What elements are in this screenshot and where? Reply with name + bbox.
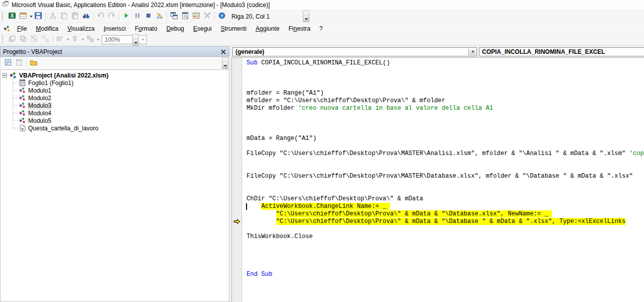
reset-button[interactable]: [143, 11, 154, 22]
folder-icon: [30, 58, 38, 68]
code-line[interactable]: [247, 165, 644, 173]
toolbar-separator: [214, 12, 215, 21]
chevron-down-icon[interactable]: [468, 48, 476, 55]
code-line[interactable]: [247, 67, 644, 74]
code-line[interactable]: mfolder = Range("A1"): [247, 90, 644, 97]
view-excel-button[interactable]: X: [7, 11, 18, 22]
code-line[interactable]: [247, 256, 644, 263]
code-line[interactable]: MkDir mfolder 'creo nuova cartella in ba…: [247, 105, 644, 112]
break-button[interactable]: [132, 11, 143, 22]
code-line[interactable]: [247, 158, 644, 165]
procedure-combobox[interactable]: COPIA_INCOLLA_RINOMINA_FILE_EXCEL: [479, 47, 644, 56]
tree-item-modulo2[interactable]: Modulo2: [1, 94, 229, 102]
project-explorer-button[interactable]: [169, 11, 180, 22]
project-panel-header[interactable]: Progetto - VBAProject: [0, 46, 229, 57]
code-text: MkDir mfolder: [247, 105, 298, 112]
project-tree[interactable]: VBAProject (Analisi 2022.xlsm)Foglio1 (F…: [0, 69, 229, 302]
chevron-down-icon[interactable]: [97, 39, 100, 41]
menu-aggiunte[interactable]: Aggiunte: [252, 24, 283, 34]
toolbar-grip[interactable]: [2, 35, 5, 44]
toolbar-separator: [93, 12, 94, 21]
window-title: Microsoft Visual Basic, Applications Edi…: [12, 2, 270, 9]
toolbar-options-chevron-icon[interactable]: [222, 57, 228, 69]
menu-debug[interactable]: Debug: [163, 24, 188, 34]
code-line[interactable]: End Sub: [247, 271, 644, 278]
code-line[interactable]: "C:\Users\chieffof\Desktop\Prova\" & mDa…: [247, 218, 644, 225]
code-line[interactable]: [247, 225, 644, 233]
code-line[interactable]: mData = Range("A1"): [247, 135, 644, 142]
view-code-button[interactable]: [3, 58, 14, 69]
code-line[interactable]: [247, 293, 644, 301]
vb-app-icon: [2, 1, 9, 9]
design-mode-button[interactable]: [154, 11, 165, 22]
code-line[interactable]: [247, 263, 644, 271]
indicator-margin[interactable]: [232, 58, 242, 302]
code-line[interactable]: FileCopy "C:\Users\chieffof\Desktop\Prov…: [247, 150, 644, 158]
code-line[interactable]: Sub COPIA_INCOLLA_RINOMINA_FILE_EXCEL(): [247, 59, 644, 67]
tree-item-modulo5[interactable]: Modulo5: [1, 117, 229, 124]
highlighted-statement: "C:\Users\chieffof\Desktop\Prova\" & mDa…: [276, 210, 552, 217]
code-text[interactable]: Sub COPIA_INCOLLA_RINOMINA_FILE_EXCEL() …: [243, 58, 644, 302]
align-button: [54, 34, 65, 45]
tree-item-modulo3[interactable]: Modulo3: [1, 102, 229, 109]
run-button[interactable]: [121, 11, 132, 22]
svg-text:X: X: [21, 127, 24, 131]
code-editor[interactable]: Sub COPIA_INCOLLA_RINOMINA_FILE_EXCEL() …: [231, 57, 644, 302]
tree-item-root[interactable]: VBAProject (Analisi 2022.xlsm): [1, 71, 229, 79]
redo-icon: [108, 12, 116, 21]
toolbar-grip[interactable]: [2, 12, 5, 21]
object-browser-button[interactable]: [191, 11, 202, 22]
menu-finestra[interactable]: Finestra: [284, 24, 314, 34]
code-line[interactable]: [247, 82, 644, 90]
menu-inserisci[interactable]: Inserisci: [100, 24, 130, 34]
properties-window-button[interactable]: [180, 11, 191, 22]
code-line[interactable]: FileCopy "C:\Users\chieffof\Desktop\Prov…: [247, 173, 644, 180]
collapse-icon[interactable]: [3, 73, 7, 78]
tree-item-modulo1[interactable]: Modulo1: [1, 87, 229, 94]
code-line[interactable]: ThisWorkbook.Close: [247, 233, 644, 241]
menu-formato[interactable]: Formato: [131, 24, 162, 34]
code-line[interactable]: [247, 112, 644, 120]
code-line[interactable]: ActiveWorkbook.ChangeLink Name:= _: [247, 203, 644, 210]
code-line[interactable]: [247, 188, 644, 195]
samesize-icon: [86, 35, 94, 44]
find-button[interactable]: [80, 11, 92, 22]
code-line[interactable]: mfolder = "C:\Users\chieffof\Desktop\Pro…: [247, 97, 644, 105]
zoom-value: 100%: [105, 36, 120, 43]
code-line[interactable]: ChDir "C:\Users\chieffof\Desktop\Prova\"…: [247, 195, 644, 203]
menu-?[interactable]: ?: [315, 24, 327, 34]
menu-esegui[interactable]: Esegui: [189, 24, 216, 34]
toolbox-button: [202, 11, 213, 22]
code-line[interactable]: [247, 278, 644, 286]
toolbar-separator: [26, 59, 27, 67]
menu-strumenti[interactable]: Strumenti: [217, 24, 251, 34]
props-icon: [181, 12, 189, 21]
toolbar-options-chevron-icon[interactable]: [132, 34, 139, 46]
code-line[interactable]: "C:\Users\chieffof\Desktop\Prova\" & mDa…: [247, 210, 644, 218]
chevron-down-icon[interactable]: [141, 39, 144, 41]
toggle-folders-button[interactable]: [28, 58, 39, 69]
code-line[interactable]: [247, 248, 644, 256]
code-line[interactable]: [247, 241, 644, 248]
code-line[interactable]: [247, 74, 644, 82]
tree-item-foglio1[interactable]: Foglio1 (Foglio1): [1, 79, 229, 87]
code-line[interactable]: [247, 127, 644, 135]
help-button[interactable]: ?: [216, 11, 227, 22]
insert-userform-button[interactable]: [18, 11, 29, 22]
code-line[interactable]: [247, 120, 644, 127]
zoom-combobox[interactable]: 100%: [102, 35, 147, 44]
tree-item-questa_cartella_di_lavoro[interactable]: XQuesta_cartella_di_lavoro: [1, 124, 229, 132]
save-button[interactable]: [33, 11, 44, 22]
code-line[interactable]: [247, 180, 644, 188]
ungroup-icon: [41, 35, 49, 44]
menu-modifica[interactable]: Modifica: [32, 24, 62, 34]
menu-file[interactable]: File: [13, 24, 31, 34]
code-line[interactable]: [247, 286, 644, 293]
menu-visualizza[interactable]: Visualizza: [63, 24, 99, 34]
tree-item-modulo4[interactable]: Modulo4: [1, 109, 229, 117]
close-icon[interactable]: [219, 48, 227, 56]
code-line[interactable]: [247, 142, 644, 150]
toolbar-options-chevron-icon[interactable]: [303, 11, 309, 22]
svg-text:X: X: [11, 13, 14, 19]
object-combobox[interactable]: (generale): [232, 47, 477, 56]
